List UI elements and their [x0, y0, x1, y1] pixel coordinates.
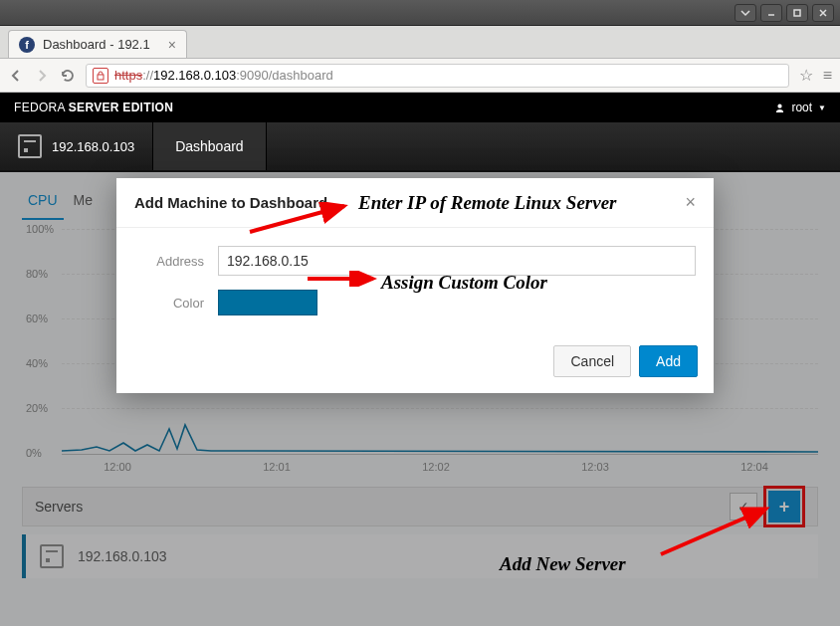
reload-icon[interactable]: [60, 68, 76, 84]
annotation-arrow: [306, 271, 379, 287]
page-body: CPU Me 100% 80% 60% 40% 20% 0% 12:00 12:…: [0, 172, 840, 626]
user-menu[interactable]: root ▼: [774, 101, 826, 114]
window-down-button[interactable]: [735, 4, 756, 22]
annotation-text: Enter IP of Remote Linux Server: [358, 192, 617, 214]
browser-tab[interactable]: f Dashboard - 192.1 ×: [8, 30, 187, 58]
annotation-arrow: [657, 503, 776, 560]
x-tick: 12:01: [263, 461, 291, 473]
host-pill[interactable]: 192.168.0.103: [0, 122, 152, 170]
browser-menu-icon[interactable]: ≡: [823, 67, 832, 85]
y-tick: 40%: [26, 357, 48, 369]
brand-text: FEDORA SERVER EDITION: [14, 101, 173, 114]
x-tick: 12:03: [581, 461, 609, 473]
tab-cpu[interactable]: CPU: [22, 186, 64, 220]
address-bar[interactable]: https://192.168.0.103:9090/dashboard: [86, 64, 789, 88]
svg-rect-2: [98, 75, 104, 80]
color-label: Color: [134, 296, 204, 311]
servers-title: Servers: [35, 499, 83, 515]
bookmark-icon[interactable]: ☆: [799, 66, 813, 85]
insecure-lock-icon: [93, 68, 108, 84]
svg-line-6: [661, 509, 766, 554]
window-minimize-button[interactable]: [760, 4, 782, 22]
annotation-text: Add New Server: [500, 553, 626, 575]
server-icon: [18, 134, 42, 158]
app-header: FEDORA SERVER EDITION root ▼: [0, 93, 840, 122]
annotation-text: Assign Custom Color: [381, 272, 547, 294]
close-icon[interactable]: ×: [685, 192, 696, 213]
url-text: https://192.168.0.103:9090/dashboard: [114, 68, 333, 83]
x-tick: 12:02: [422, 461, 450, 473]
window-close-button[interactable]: [812, 4, 834, 22]
y-tick: 0%: [26, 447, 42, 459]
cancel-button[interactable]: Cancel: [553, 345, 631, 377]
browser-tabstrip: f Dashboard - 192.1 ×: [0, 26, 840, 59]
tab-title: Dashboard - 192.1: [43, 37, 160, 52]
tab-dashboard[interactable]: Dashboard: [152, 122, 267, 170]
forward-icon[interactable]: [34, 68, 50, 84]
host-label: 192.168.0.103: [52, 139, 134, 154]
svg-rect-1: [794, 10, 800, 16]
window-maximize-button[interactable]: [786, 4, 808, 22]
x-tick: 12:00: [104, 461, 131, 473]
back-icon[interactable]: [8, 68, 24, 84]
color-swatch[interactable]: [218, 290, 317, 315]
window-titlebar: [0, 0, 840, 26]
browser-toolbar: https://192.168.0.103:9090/dashboard ☆ ≡: [0, 59, 840, 93]
y-tick: 60%: [26, 313, 48, 324]
svg-line-4: [250, 206, 344, 232]
annotation-arrow: [245, 202, 354, 238]
user-icon: [774, 103, 785, 113]
y-tick: 80%: [26, 268, 48, 280]
fedora-icon: f: [19, 37, 35, 53]
server-row-label: 192.168.0.103: [78, 548, 167, 564]
server-icon: [40, 544, 64, 568]
y-tick: 20%: [26, 402, 48, 414]
add-button[interactable]: Add: [639, 345, 698, 377]
caret-down-icon: ▼: [818, 104, 826, 112]
close-icon[interactable]: ×: [168, 37, 176, 53]
svg-point-3: [778, 104, 782, 107]
y-tick: 100%: [26, 223, 54, 235]
x-tick: 12:04: [740, 461, 768, 473]
cpu-sparkline: [62, 411, 818, 455]
address-label: Address: [134, 254, 204, 269]
app-nav: 192.168.0.103 Dashboard: [0, 122, 840, 172]
tab-memory[interactable]: Me: [68, 186, 99, 220]
user-name: root: [791, 101, 812, 114]
